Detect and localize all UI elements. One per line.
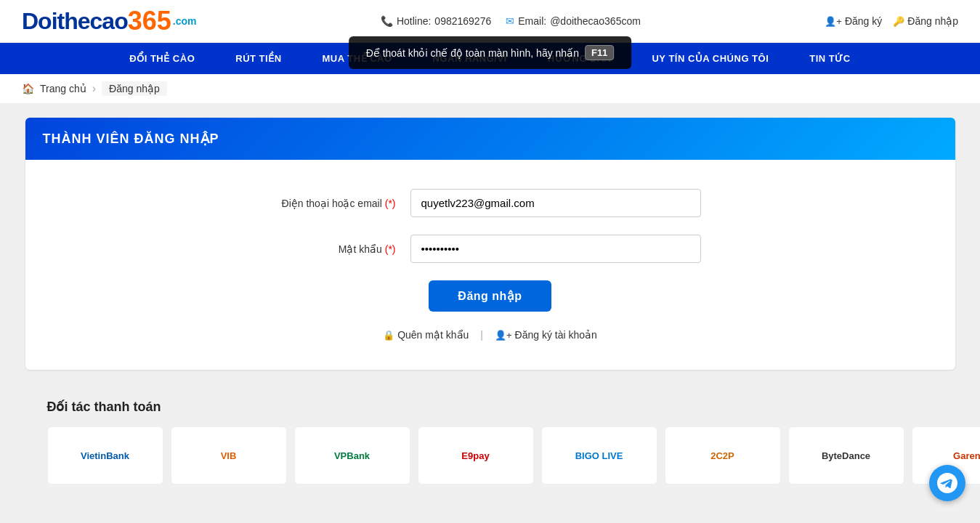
user-plus-icon xyxy=(495,329,512,341)
nav-item-uy-tin[interactable]: UY TÍN CỦA CHÚNG TÔI xyxy=(631,43,789,74)
main-content: THÀNH VIÊN ĐĂNG NHẬP Điện thoại hoặc ema… xyxy=(0,103,980,384)
login-icon xyxy=(893,15,904,27)
register-link[interactable]: Đăng ký tài khoản xyxy=(495,329,597,341)
login-card-header: THÀNH VIÊN ĐĂNG NHẬP xyxy=(25,118,955,160)
nav-item-doi-the-cao[interactable]: ĐỔI THẺ CÀO xyxy=(109,43,215,74)
nav-item-rut-tien[interactable]: RÚT TIỀN xyxy=(215,43,301,74)
email-input[interactable] xyxy=(410,189,701,217)
login-card-body: Điện thoại hoặc email (*) Mật khẩu (*) Đ… xyxy=(25,160,955,370)
breadcrumb-separator: › xyxy=(92,82,96,95)
logo-com: .com xyxy=(173,15,197,27)
hotline-number: 0982169276 xyxy=(434,15,491,27)
login-label: Đăng nhập xyxy=(907,15,958,27)
partner-e9pay: E9pay xyxy=(418,426,534,485)
hotline-info: Hotline: 0982169276 xyxy=(381,15,491,27)
tooltip-key: F11 xyxy=(585,45,614,60)
login-button[interactable]: Đăng nhập xyxy=(429,280,551,312)
phone-icon xyxy=(381,15,393,27)
links-divider: | xyxy=(480,329,483,341)
bytedance-logo: ByteDance xyxy=(822,450,870,461)
logo[interactable]: Doithecao365.com xyxy=(22,6,196,36)
password-required: (*) xyxy=(385,243,396,255)
fullscreen-tooltip: Để thoát khỏi chế độ toàn màn hình, hãy … xyxy=(349,36,632,69)
signup-link[interactable]: Đăng ký xyxy=(825,15,882,27)
breadcrumb-current: Đăng nhập xyxy=(102,81,167,96)
password-row: Mật khẩu (*) xyxy=(236,235,745,263)
register-label: Đăng ký tài khoản xyxy=(515,329,597,341)
header: Doithecao365.com Để thoát khỏi chế độ to… xyxy=(0,0,980,43)
breadcrumb: Trang chủ › Đăng nhập xyxy=(0,74,980,103)
email-icon xyxy=(506,15,514,27)
telegram-icon xyxy=(937,473,957,493)
logo-main-text: Doithecao xyxy=(22,8,128,35)
breadcrumb-home-link[interactable]: Trang chủ xyxy=(40,83,86,94)
submit-row: Đăng nhập xyxy=(429,280,551,312)
vib-logo: VIB xyxy=(221,450,237,461)
garena-logo: Garena xyxy=(953,450,980,461)
hotline-label: Hotline: xyxy=(397,15,431,27)
tooltip-text: Để thoát khỏi chế độ toàn màn hình, hãy … xyxy=(366,47,579,59)
e9pay-logo: E9pay xyxy=(461,450,489,461)
home-icon xyxy=(22,83,34,94)
partners-grid: VietinBank VIB VPBank E9pay BIGO LIVE 2C xyxy=(47,426,934,485)
password-label: Mật khẩu (*) xyxy=(236,243,396,255)
email-label: Email: xyxy=(518,15,546,27)
partner-vib: VIB xyxy=(171,426,287,485)
lock-icon xyxy=(383,329,394,341)
vpbank-logo: VPBank xyxy=(334,450,370,461)
email-value: @doithecao365com xyxy=(550,15,641,27)
partner-vietinbank: VietinBank xyxy=(47,426,163,485)
email-label: Điện thoại hoặc email (*) xyxy=(236,198,396,209)
c2c2p-logo: 2C2P xyxy=(710,450,734,461)
email-info: Email: @doithecao365com xyxy=(506,15,641,27)
login-link[interactable]: Đăng nhập xyxy=(893,15,958,27)
partner-bigolive: BIGO LIVE xyxy=(541,426,657,485)
email-required: (*) xyxy=(385,198,396,209)
signup-label: Đăng ký xyxy=(845,15,882,27)
vietinbank-logo: VietinBank xyxy=(81,450,129,461)
breadcrumb-home-label: Trang chủ xyxy=(40,83,86,94)
header-actions: Đăng ký Đăng nhập xyxy=(825,15,958,27)
nav-item-tin-tuc[interactable]: TIN TỨC xyxy=(789,43,870,74)
partner-vpbank: VPBank xyxy=(294,426,410,485)
partner-bytedance: ByteDance xyxy=(788,426,904,485)
forgot-password-label: Quên mật khẩu xyxy=(397,329,469,341)
header-contact: Hotline: 0982169276 Email: @doithecao365… xyxy=(381,15,641,27)
partner-c2c2p: 2C2P xyxy=(665,426,781,485)
signup-icon xyxy=(825,15,842,27)
logo-365: 365 xyxy=(128,6,171,36)
login-card-title: THÀNH VIÊN ĐĂNG NHẬP xyxy=(43,131,219,146)
telegram-button[interactable] xyxy=(929,465,965,501)
password-input[interactable] xyxy=(410,235,701,263)
login-card: THÀNH VIÊN ĐĂNG NHẬP Điện thoại hoặc ema… xyxy=(25,118,955,370)
email-row: Điện thoại hoặc email (*) xyxy=(236,189,745,217)
partners-section: Đối tác thanh toán VietinBank VIB VPBank… xyxy=(25,384,955,506)
partners-title: Đối tác thanh toán xyxy=(47,399,934,415)
bigolive-logo: BIGO LIVE xyxy=(575,450,623,461)
form-links: Quên mật khẩu | Đăng ký tài khoản xyxy=(383,329,597,341)
forgot-password-link[interactable]: Quên mật khẩu xyxy=(383,329,469,341)
